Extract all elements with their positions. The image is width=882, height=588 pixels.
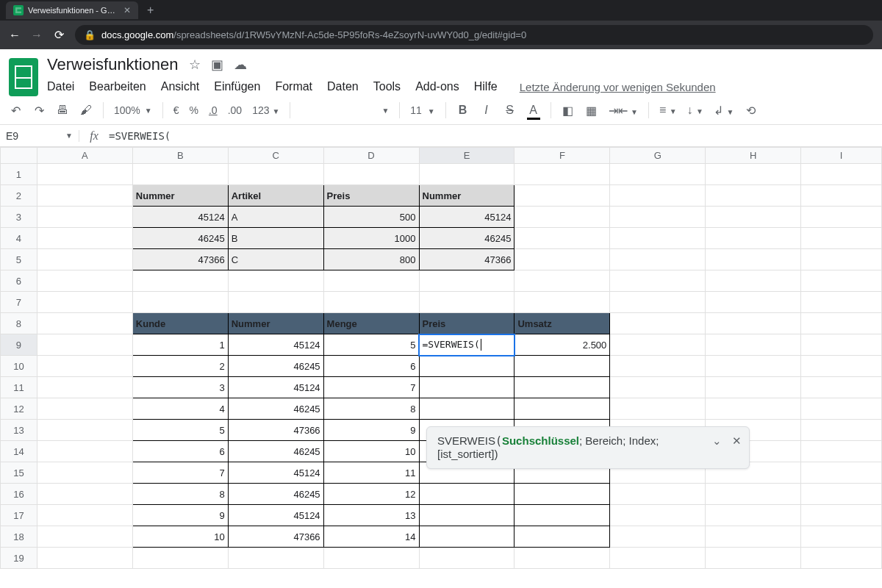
cell-G12[interactable] bbox=[610, 398, 706, 420]
cell-H10[interactable] bbox=[706, 356, 801, 377]
cell-D6[interactable] bbox=[323, 270, 419, 292]
cell-C10[interactable]: 46245 bbox=[228, 356, 323, 377]
doc-title[interactable]: Verweisfunktionen bbox=[47, 55, 179, 74]
cell-H2[interactable] bbox=[706, 185, 801, 207]
cell-A1[interactable] bbox=[37, 164, 132, 185]
cell-H6[interactable] bbox=[706, 270, 801, 292]
cell-G7[interactable] bbox=[610, 292, 706, 313]
cell-C15[interactable]: 45124 bbox=[228, 462, 323, 484]
cell-I19[interactable] bbox=[801, 548, 882, 569]
inc-decimal-button[interactable]: .00 bbox=[228, 104, 242, 116]
cell-F8[interactable]: Umsatz bbox=[514, 313, 610, 334]
cell-D8[interactable]: Menge bbox=[323, 313, 419, 334]
cell-F1[interactable] bbox=[514, 164, 610, 185]
cell-I12[interactable] bbox=[801, 398, 882, 420]
cell-A2[interactable] bbox=[37, 185, 132, 207]
row-header-14[interactable]: 14 bbox=[1, 441, 37, 462]
cell-D15[interactable]: 11 bbox=[323, 462, 419, 484]
cell-C6[interactable] bbox=[228, 270, 323, 292]
row-header-6[interactable]: 6 bbox=[1, 270, 37, 292]
paint-format-icon[interactable]: 🖌 bbox=[79, 104, 93, 117]
cell-B19[interactable] bbox=[132, 548, 228, 569]
cell-B3[interactable]: 45124 bbox=[132, 207, 228, 228]
cell-E10[interactable] bbox=[419, 356, 514, 377]
cell-F7[interactable] bbox=[514, 292, 610, 313]
cell-D17[interactable]: 13 bbox=[323, 505, 419, 526]
cell-G8[interactable] bbox=[610, 313, 706, 334]
chevron-down-icon[interactable]: ▼ bbox=[65, 132, 73, 140]
cell-D10[interactable]: 6 bbox=[323, 356, 419, 377]
cell-C8[interactable]: Nummer bbox=[228, 313, 323, 334]
cell-B6[interactable] bbox=[132, 270, 228, 292]
cell-B15[interactable]: 7 bbox=[132, 462, 228, 484]
rotate-button[interactable]: ⟲ bbox=[744, 104, 757, 118]
borders-button[interactable]: ▦ bbox=[585, 104, 598, 118]
cell-A9[interactable] bbox=[37, 334, 132, 356]
cell-H18[interactable] bbox=[706, 526, 801, 548]
cell-B5[interactable]: 47366 bbox=[132, 249, 228, 270]
cell-I9[interactable] bbox=[801, 334, 882, 356]
menu-addons[interactable]: Add-ons bbox=[415, 80, 459, 93]
col-header-F[interactable]: F bbox=[514, 148, 610, 164]
forward-icon[interactable]: → bbox=[31, 29, 43, 42]
cell-E16[interactable] bbox=[419, 484, 514, 505]
undo-icon[interactable]: ↶ bbox=[9, 104, 22, 118]
halign-button[interactable]: ≡ ▼ bbox=[659, 104, 677, 117]
row-header-19[interactable]: 19 bbox=[1, 548, 37, 569]
cell-F11[interactable] bbox=[514, 377, 610, 398]
cell-I16[interactable] bbox=[801, 484, 882, 505]
col-header-E[interactable]: E bbox=[419, 148, 514, 164]
cell-G18[interactable] bbox=[610, 526, 706, 548]
row-header-1[interactable]: 1 bbox=[1, 164, 37, 185]
col-header-B[interactable]: B bbox=[132, 148, 228, 164]
cell-I14[interactable] bbox=[801, 441, 882, 462]
cell-E18[interactable] bbox=[419, 526, 514, 548]
cell-B17[interactable]: 9 bbox=[132, 505, 228, 526]
cell-G4[interactable] bbox=[610, 228, 706, 249]
row-header-8[interactable]: 8 bbox=[1, 313, 37, 334]
wrap-button[interactable]: ↲ ▼ bbox=[714, 104, 734, 118]
cell-A6[interactable] bbox=[37, 270, 132, 292]
cell-I8[interactable] bbox=[801, 313, 882, 334]
cell-I7[interactable] bbox=[801, 292, 882, 313]
cell-G16[interactable] bbox=[610, 484, 706, 505]
cell-H1[interactable] bbox=[706, 164, 801, 185]
dec-decimal-button[interactable]: .0 bbox=[209, 104, 218, 116]
new-tab-button[interactable]: + bbox=[144, 4, 157, 17]
cloud-icon[interactable]: ☁ bbox=[234, 57, 247, 73]
row-header-16[interactable]: 16 bbox=[1, 484, 37, 505]
cell-I4[interactable] bbox=[801, 228, 882, 249]
cell-H4[interactable] bbox=[706, 228, 801, 249]
cell-C9[interactable]: 45124 bbox=[228, 334, 323, 356]
cell-A19[interactable] bbox=[37, 548, 132, 569]
name-box[interactable]: E9 ▼ bbox=[0, 130, 79, 142]
cell-I10[interactable] bbox=[801, 356, 882, 377]
cell-E12[interactable] bbox=[419, 398, 514, 420]
cell-H12[interactable] bbox=[706, 398, 801, 420]
cell-E5[interactable]: 47366 bbox=[419, 249, 514, 270]
row-header-2[interactable]: 2 bbox=[1, 185, 37, 207]
cell-C3[interactable]: A bbox=[228, 207, 323, 228]
italic-button[interactable]: I bbox=[480, 104, 493, 117]
text-color-button[interactable]: A bbox=[527, 104, 540, 117]
cell-D19[interactable] bbox=[323, 548, 419, 569]
cell-F9[interactable]: 2.500 bbox=[514, 334, 610, 356]
url-input[interactable]: 🔒 docs.google.com/spreadsheets/d/1RW5vYM… bbox=[75, 25, 873, 45]
reload-icon[interactable]: ⟳ bbox=[53, 28, 65, 42]
cell-C14[interactable]: 46245 bbox=[228, 441, 323, 462]
cell-I17[interactable] bbox=[801, 505, 882, 526]
cell-E2[interactable]: Nummer bbox=[419, 185, 514, 207]
chevron-down-icon[interactable]: ⌄ bbox=[712, 434, 722, 448]
cell-A15[interactable] bbox=[37, 462, 132, 484]
cell-G2[interactable] bbox=[610, 185, 706, 207]
strike-button[interactable]: S bbox=[503, 104, 517, 117]
cell-B2[interactable]: Nummer bbox=[132, 185, 228, 207]
row-header-9[interactable]: 9 bbox=[1, 334, 37, 356]
cell-C2[interactable]: Artikel bbox=[228, 185, 323, 207]
merge-button[interactable]: ⇥⇤ ▼ bbox=[609, 104, 638, 118]
cell-G11[interactable] bbox=[610, 377, 706, 398]
col-header-A[interactable]: A bbox=[37, 148, 132, 164]
cell-G19[interactable] bbox=[610, 548, 706, 569]
spreadsheet-grid[interactable]: ABCDEFGHI12NummerArtikelPreisNummer34512… bbox=[0, 147, 882, 569]
cell-A17[interactable] bbox=[37, 505, 132, 526]
